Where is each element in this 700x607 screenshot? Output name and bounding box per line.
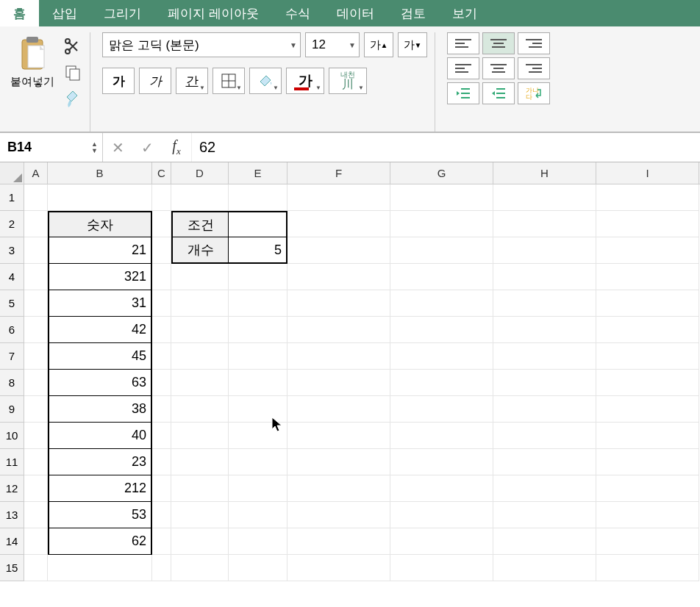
align-top-center-button[interactable]: [482, 32, 515, 54]
cell[interactable]: 개수: [171, 237, 229, 264]
cell[interactable]: [171, 475, 229, 502]
cell[interactable]: [229, 555, 288, 581]
cancel-formula-button[interactable]: ✕: [103, 133, 132, 162]
align-left-button[interactable]: [447, 57, 479, 79]
cell[interactable]: [493, 343, 596, 370]
align-center-button[interactable]: [482, 57, 515, 79]
cell[interactable]: [24, 423, 48, 449]
cell[interactable]: [596, 237, 699, 264]
col-header-G[interactable]: G: [390, 162, 493, 184]
cell[interactable]: [48, 555, 152, 581]
cell[interactable]: [390, 317, 493, 343]
col-header-H[interactable]: H: [493, 162, 596, 184]
cell[interactable]: [596, 317, 699, 343]
cell[interactable]: [229, 423, 288, 449]
cell[interactable]: [596, 449, 699, 475]
cell[interactable]: [24, 317, 48, 343]
cell[interactable]: [288, 396, 390, 423]
cell[interactable]: [288, 528, 390, 555]
name-box[interactable]: B14 ▲▼: [0, 133, 103, 162]
font-name-dropdown[interactable]: 맑은 고딕 (본문) ▼: [102, 32, 301, 57]
cell[interactable]: [152, 343, 171, 370]
cell[interactable]: 53: [48, 502, 152, 528]
cell[interactable]: [229, 475, 288, 502]
cell[interactable]: [288, 317, 390, 343]
tab-view[interactable]: 보기: [439, 0, 490, 26]
cell[interactable]: [288, 555, 390, 581]
cell[interactable]: 321: [48, 264, 152, 290]
cell[interactable]: [390, 528, 493, 555]
cell[interactable]: [596, 502, 699, 528]
cell[interactable]: [390, 423, 493, 449]
cell[interactable]: [24, 184, 48, 211]
align-top-right-button[interactable]: [518, 32, 550, 54]
cell[interactable]: [288, 449, 390, 475]
cell[interactable]: [152, 370, 171, 396]
cell[interactable]: [152, 449, 171, 475]
row-header[interactable]: 12: [0, 475, 24, 502]
cell[interactable]: [171, 528, 229, 555]
cell[interactable]: [288, 264, 390, 290]
cell[interactable]: [596, 370, 699, 396]
underline-button[interactable]: 간▼: [176, 68, 208, 94]
cell[interactable]: [229, 502, 288, 528]
row-header[interactable]: 11: [0, 449, 24, 475]
cell[interactable]: [24, 343, 48, 370]
cell[interactable]: [171, 184, 229, 211]
cell[interactable]: [171, 449, 229, 475]
cell[interactable]: [596, 475, 699, 502]
tab-insert[interactable]: 삽입: [39, 0, 90, 26]
cell[interactable]: [171, 396, 229, 423]
select-all-corner[interactable]: [0, 162, 24, 184]
cell[interactable]: [288, 423, 390, 449]
cell[interactable]: [493, 528, 596, 555]
cell[interactable]: [24, 264, 48, 290]
row-header[interactable]: 5: [0, 290, 24, 317]
cell[interactable]: [493, 211, 596, 237]
cell[interactable]: 5: [229, 237, 288, 264]
row-header[interactable]: 1: [0, 184, 24, 211]
cell[interactable]: [493, 449, 596, 475]
cell[interactable]: [493, 237, 596, 264]
cell[interactable]: [493, 502, 596, 528]
row-header[interactable]: 6: [0, 317, 24, 343]
row-header[interactable]: 14: [0, 528, 24, 555]
cell[interactable]: [390, 237, 493, 264]
cell[interactable]: [288, 343, 390, 370]
col-header-I[interactable]: I: [596, 162, 699, 184]
row-header[interactable]: 3: [0, 237, 24, 264]
cell[interactable]: [390, 449, 493, 475]
cell[interactable]: [24, 449, 48, 475]
cell[interactable]: [493, 370, 596, 396]
fill-color-button[interactable]: ▼: [249, 68, 282, 94]
cell[interactable]: [390, 343, 493, 370]
cell[interactable]: [596, 555, 699, 581]
cell[interactable]: [152, 237, 171, 264]
cell[interactable]: [24, 528, 48, 555]
copy-button[interactable]: [63, 63, 82, 82]
cell[interactable]: [390, 264, 493, 290]
cell[interactable]: [152, 502, 171, 528]
cell[interactable]: [152, 475, 171, 502]
col-header-E[interactable]: E: [229, 162, 288, 184]
cell[interactable]: [229, 343, 288, 370]
cell[interactable]: [596, 290, 699, 317]
cell[interactable]: [24, 370, 48, 396]
cell[interactable]: [24, 502, 48, 528]
cell[interactable]: [288, 502, 390, 528]
cell[interactable]: 23: [48, 449, 152, 475]
col-header-D[interactable]: D: [171, 162, 229, 184]
cell[interactable]: [48, 184, 152, 211]
cell[interactable]: [152, 423, 171, 449]
cell[interactable]: [596, 184, 699, 211]
cell[interactable]: [493, 423, 596, 449]
cell[interactable]: [229, 290, 288, 317]
cell[interactable]: [152, 184, 171, 211]
cell[interactable]: [390, 370, 493, 396]
cell[interactable]: [229, 264, 288, 290]
decrease-font-button[interactable]: 가▼: [398, 32, 427, 57]
row-header[interactable]: 2: [0, 211, 24, 237]
cell[interactable]: [229, 184, 288, 211]
cell[interactable]: [152, 211, 171, 237]
tab-data[interactable]: 데이터: [324, 0, 388, 26]
